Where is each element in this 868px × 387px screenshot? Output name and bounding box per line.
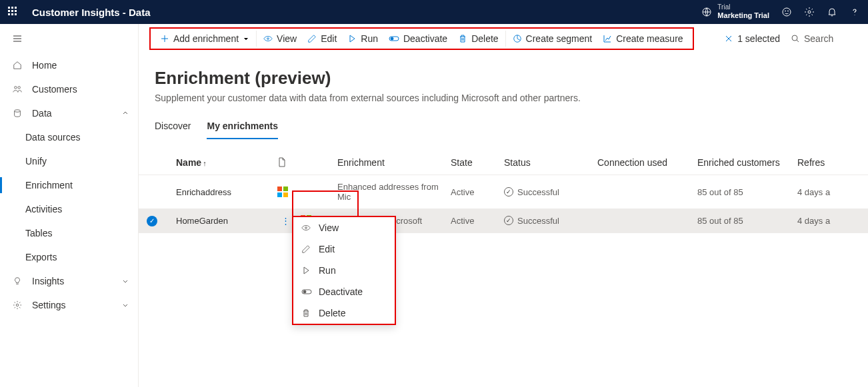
- search-placeholder: Search: [804, 33, 833, 44]
- create-measure-button[interactable]: Create measure: [597, 31, 688, 47]
- svg-point-7: [15, 110, 21, 113]
- svg-point-2: [785, 11, 786, 11]
- sidebar-item-exports[interactable]: Exports: [0, 245, 138, 269]
- run-button[interactable]: Run: [342, 31, 383, 47]
- close-icon[interactable]: [724, 34, 733, 43]
- trial-name: Marketing Trial: [717, 11, 769, 20]
- sort-asc-icon: ↑: [203, 159, 207, 167]
- col-refreshed[interactable]: Refres: [792, 151, 868, 175]
- ctx-deactivate[interactable]: Deactivate: [293, 281, 395, 302]
- sidebar-item-unify[interactable]: Unify: [0, 149, 138, 173]
- ctx-run[interactable]: Run: [293, 260, 395, 281]
- bell-icon[interactable]: [827, 7, 837, 17]
- smiley-icon[interactable]: [781, 7, 792, 17]
- svg-point-6: [18, 87, 21, 89]
- svg-point-5: [15, 87, 17, 89]
- trash-icon: [458, 34, 467, 43]
- search-icon: [791, 34, 800, 43]
- sidebar-item-data-sources[interactable]: Data sources: [0, 125, 138, 149]
- sidebar-item-activities[interactable]: Activities: [0, 197, 138, 221]
- toolbar-highlight: Add enrichment View Edit Run Deactivate: [149, 27, 694, 50]
- cell-status: ✓Successful: [499, 175, 592, 209]
- col-enriched[interactable]: Enriched customers: [692, 151, 792, 175]
- eye-icon: [263, 34, 273, 43]
- document-icon: [277, 157, 287, 168]
- tab-discover[interactable]: Discover: [155, 121, 191, 139]
- col-name[interactable]: Name↑: [165, 151, 272, 175]
- data-icon: [12, 108, 23, 119]
- button-label: Create measure: [616, 33, 683, 44]
- table-row[interactable]: Enrichaddress Enhanced addresses from Mi…: [139, 175, 868, 209]
- eye-icon: [301, 223, 312, 232]
- ctx-view[interactable]: View: [293, 217, 395, 238]
- ctx-delete[interactable]: Delete: [293, 302, 395, 324]
- sidebar-item-label: Settings: [32, 300, 66, 310]
- view-button[interactable]: View: [258, 31, 302, 47]
- sidebar: Home Customers Data Data sources Unify E…: [0, 24, 139, 387]
- sidebar-item-customers[interactable]: Customers: [0, 77, 138, 101]
- hamburger-button[interactable]: [0, 24, 138, 53]
- environment-icon: [701, 7, 712, 17]
- selection-count[interactable]: 1 selected: [724, 33, 780, 44]
- col-enrichment[interactable]: Enrichment: [332, 151, 445, 175]
- create-segment-button[interactable]: Create segment: [507, 31, 598, 47]
- sidebar-item-label: Data: [32, 108, 52, 119]
- sidebar-item-enrichment[interactable]: Enrichment: [0, 173, 138, 197]
- cell-connection: [592, 208, 692, 233]
- chevron-down-icon: [243, 35, 249, 42]
- ctx-label: Edit: [319, 244, 335, 254]
- svg-point-16: [303, 290, 306, 293]
- col-select: [139, 151, 165, 175]
- customers-icon: [12, 84, 23, 95]
- search-input[interactable]: Search: [791, 33, 857, 44]
- help-icon[interactable]: [849, 7, 860, 17]
- row-checkbox[interactable]: [139, 175, 165, 209]
- environment-picker[interactable]: Trial Marketing Trial: [701, 3, 769, 20]
- app-launcher-icon[interactable]: [8, 7, 19, 17]
- col-status[interactable]: Status: [499, 151, 592, 175]
- insights-icon: [12, 276, 23, 286]
- home-icon: [12, 60, 23, 71]
- svg-point-8: [16, 304, 19, 306]
- sidebar-item-label: Home: [32, 60, 57, 71]
- svg-point-11: [391, 37, 393, 40]
- delete-button[interactable]: Delete: [453, 31, 503, 47]
- sidebar-item-label: Tables: [25, 228, 52, 238]
- ctx-label: View: [319, 222, 339, 233]
- header-label: Refres: [797, 157, 825, 168]
- button-label: Delete: [471, 33, 498, 44]
- sidebar-item-tables[interactable]: Tables: [0, 221, 138, 245]
- command-bar: Add enrichment View Edit Run Deactivate: [139, 24, 868, 53]
- edit-button[interactable]: Edit: [302, 31, 342, 47]
- toggle-icon: [389, 35, 399, 43]
- svg-point-14: [305, 227, 307, 229]
- row-context-menu: View Edit Run Deactivate Delete: [292, 216, 396, 325]
- col-connection[interactable]: Connection used: [592, 151, 692, 175]
- row-checkbox[interactable]: ✓: [139, 208, 165, 233]
- header-label: Status: [504, 157, 531, 168]
- sidebar-item-home[interactable]: Home: [0, 53, 138, 77]
- deactivate-button[interactable]: Deactivate: [383, 31, 453, 47]
- tab-my-enrichments[interactable]: My enrichments: [207, 121, 278, 139]
- gear-icon[interactable]: [804, 7, 815, 17]
- chevron-up-icon: [122, 110, 129, 117]
- sidebar-item-data[interactable]: Data: [0, 101, 138, 125]
- separator: [505, 31, 506, 47]
- col-state[interactable]: State: [445, 151, 499, 175]
- cell-refreshed: 4 days a: [792, 175, 868, 209]
- table-row[interactable]: ✓ HomeGarden ⋮ Brands from Microsoft Act…: [139, 208, 868, 233]
- pencil-icon: [301, 244, 312, 254]
- separator: [256, 31, 257, 47]
- sidebar-item-settings[interactable]: Settings: [0, 293, 138, 317]
- sidebar-item-label: Data sources: [25, 132, 80, 143]
- ctx-edit[interactable]: Edit: [293, 238, 395, 260]
- add-enrichment-button[interactable]: Add enrichment: [155, 31, 255, 47]
- cell-enrichment: Enhanced addresses from Mic: [332, 175, 445, 209]
- sidebar-item-insights[interactable]: Insights: [0, 269, 138, 293]
- tab-label: Discover: [155, 121, 191, 131]
- page-title: Enrichment (preview): [155, 68, 852, 89]
- success-icon: ✓: [504, 187, 513, 196]
- plus-icon: [160, 34, 169, 43]
- checked-icon: ✓: [147, 216, 157, 226]
- pencil-icon: [307, 34, 317, 43]
